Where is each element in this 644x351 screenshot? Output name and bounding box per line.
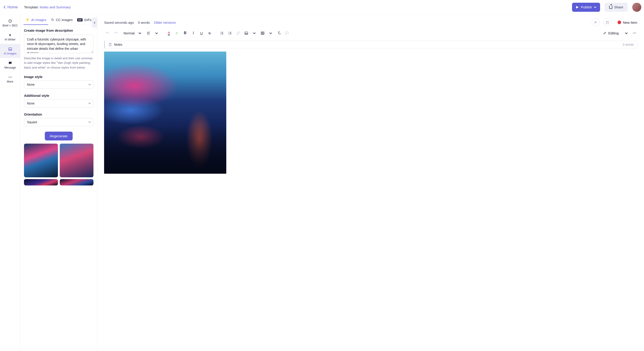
chevron-down-icon bbox=[139, 31, 141, 34]
link-icon bbox=[236, 31, 240, 35]
text-color-icon: A bbox=[168, 31, 170, 35]
chevron-down-icon bbox=[625, 31, 628, 34]
image-dropdown[interactable] bbox=[251, 29, 258, 37]
svg-rect-9 bbox=[606, 21, 608, 23]
image-prompt-input[interactable] bbox=[24, 35, 94, 53]
tab-cc-images[interactable]: CC images bbox=[49, 14, 74, 25]
prompt-hint: Describe the image in detail and then us… bbox=[24, 56, 94, 70]
publish-button[interactable]: Publish bbox=[572, 3, 600, 12]
orientation-select[interactable]: Square bbox=[24, 118, 94, 126]
chevron-down-icon bbox=[594, 5, 596, 8]
bullet-list-button[interactable] bbox=[218, 29, 226, 37]
generated-thumbnail[interactable] bbox=[60, 179, 94, 185]
bold-button[interactable]: B bbox=[182, 29, 189, 37]
image-style-label: Image style bbox=[24, 75, 94, 79]
comment-icon bbox=[285, 31, 289, 35]
bolt-icon bbox=[8, 33, 12, 37]
italic-icon: I bbox=[193, 31, 194, 35]
share-button[interactable]: Share bbox=[605, 3, 628, 12]
table-dropdown[interactable] bbox=[267, 29, 274, 37]
template-name[interactable]: Notes and Summary bbox=[40, 5, 71, 9]
target-icon bbox=[8, 19, 12, 23]
avatar[interactable] bbox=[632, 3, 641, 12]
pencil-icon bbox=[603, 31, 606, 35]
regenerate-button[interactable]: Regenerate bbox=[45, 132, 72, 140]
chevron-down-icon bbox=[88, 121, 91, 123]
rail-brief-seo[interactable]: Brief + SEO bbox=[0, 16, 20, 30]
svg-point-17 bbox=[246, 32, 246, 33]
chevron-down-icon bbox=[253, 31, 256, 34]
svg-point-7 bbox=[51, 19, 53, 20]
clear-format-button[interactable] bbox=[275, 29, 282, 37]
image-icon bbox=[8, 47, 12, 51]
svg-point-21 bbox=[636, 33, 636, 33]
orientation-label: Orientation bbox=[24, 112, 94, 116]
highlight-icon bbox=[175, 31, 179, 35]
underline-icon: U bbox=[200, 31, 203, 35]
collapse-sidebar-button[interactable] bbox=[92, 18, 97, 27]
table-icon bbox=[261, 31, 264, 35]
notes-title: Notes bbox=[114, 43, 122, 46]
tab-ai-images[interactable]: ⚡ AI images bbox=[24, 14, 48, 25]
insert-image-button[interactable] bbox=[242, 29, 250, 37]
numbered-list-button[interactable]: 123 bbox=[226, 29, 234, 37]
svg-point-1 bbox=[10, 21, 10, 21]
document-title[interactable]: New Item bbox=[618, 20, 637, 24]
additional-style-select[interactable]: None bbox=[24, 99, 94, 107]
rail-more[interactable]: More bbox=[0, 72, 20, 86]
gif-badge-icon: GIF bbox=[77, 18, 82, 21]
svg-point-3 bbox=[9, 48, 10, 49]
bolt-icon: ⚡ bbox=[25, 18, 30, 22]
svg-point-4 bbox=[8, 77, 9, 78]
rail-ai-images[interactable]: AI Images bbox=[0, 44, 20, 58]
underline-button[interactable]: U bbox=[198, 29, 205, 37]
older-versions-link[interactable]: Older versions bbox=[154, 20, 176, 24]
undo-button[interactable] bbox=[104, 29, 111, 37]
ellipsis-icon bbox=[632, 31, 636, 35]
redo-icon bbox=[114, 31, 118, 35]
word-count: 0 words bbox=[138, 20, 150, 24]
highlight-button[interactable] bbox=[173, 29, 180, 37]
redo-button[interactable] bbox=[112, 29, 120, 37]
bullet-list-icon bbox=[220, 31, 224, 35]
italic-button[interactable]: I bbox=[190, 29, 197, 37]
upload-icon bbox=[609, 6, 612, 9]
save-status: Saved seconds ago bbox=[104, 20, 134, 24]
chevron-down-icon bbox=[88, 83, 91, 85]
chevron-down-icon bbox=[270, 31, 272, 34]
schedule-button[interactable] bbox=[604, 18, 611, 26]
paragraph-style-select[interactable]: Normal bbox=[122, 30, 142, 36]
svg-point-11 bbox=[220, 33, 221, 33]
svg-point-6 bbox=[11, 77, 12, 78]
align-button[interactable] bbox=[145, 29, 152, 37]
generated-thumbnail[interactable] bbox=[24, 179, 58, 185]
tab-gifs[interactable]: GIF GIFs bbox=[75, 14, 93, 25]
home-label: Home bbox=[8, 5, 18, 9]
create-image-heading: Create image from description bbox=[24, 28, 94, 32]
inserted-image[interactable] bbox=[104, 51, 226, 174]
home-link[interactable]: Home bbox=[2, 3, 20, 11]
strikethrough-button[interactable]: S bbox=[206, 29, 213, 37]
add-collaborator-button[interactable] bbox=[592, 18, 600, 26]
text-color-button[interactable]: A bbox=[165, 29, 172, 37]
calendar-icon bbox=[606, 20, 609, 24]
comment-button[interactable] bbox=[283, 29, 290, 37]
rail-ai-writer[interactable]: AI Writer bbox=[0, 30, 20, 44]
image-style-select[interactable]: None bbox=[24, 80, 94, 89]
rail-message[interactable]: Message bbox=[0, 58, 20, 72]
link-button[interactable] bbox=[234, 29, 242, 37]
chat-icon bbox=[8, 61, 12, 65]
document-icon bbox=[108, 43, 112, 46]
chevron-left-icon bbox=[4, 6, 6, 8]
align-dropdown[interactable] bbox=[153, 29, 160, 37]
editing-mode-select[interactable]: Editing bbox=[602, 30, 629, 36]
generated-thumbnail[interactable] bbox=[24, 144, 58, 178]
svg-point-12 bbox=[220, 34, 221, 34]
toolbar-more-button[interactable] bbox=[632, 30, 637, 36]
svg-point-19 bbox=[633, 33, 634, 33]
generated-thumbnail[interactable] bbox=[60, 144, 94, 178]
svg-point-20 bbox=[634, 33, 635, 33]
undo-icon bbox=[106, 31, 110, 35]
notes-block[interactable]: Notes 0 words bbox=[104, 41, 637, 48]
insert-table-button[interactable] bbox=[259, 29, 266, 37]
